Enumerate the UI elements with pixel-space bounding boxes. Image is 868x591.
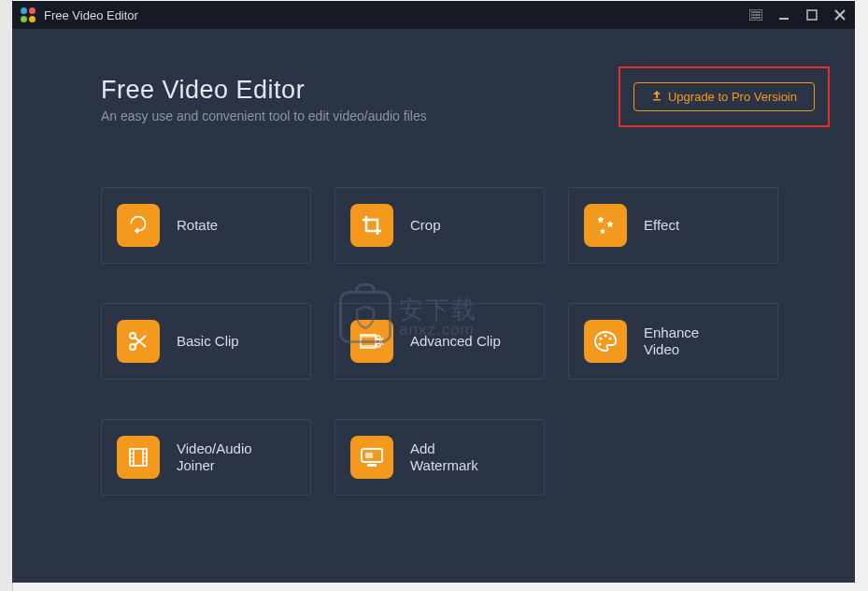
svg-rect-8: [653, 99, 661, 101]
menu-icon[interactable]: [748, 7, 763, 22]
page-subtitle: An easy use and convenient tool to edit …: [101, 108, 427, 123]
tools-grid: Rotate Crop Effect Basic Clip: [101, 187, 766, 496]
titlebar: Free Video Editor: [12, 1, 855, 29]
upgrade-button[interactable]: Upgrade to Pro Versioin: [633, 82, 815, 111]
titlebar-title: Free Video Editor: [44, 8, 748, 22]
svg-rect-35: [367, 464, 377, 467]
page-heading-block: Free Video Editor An easy use and conven…: [101, 76, 427, 123]
tool-rotate[interactable]: Rotate: [101, 187, 311, 264]
upgrade-highlight-box: Upgrade to Pro Versioin: [619, 66, 830, 127]
tool-add-watermark[interactable]: Add Watermark: [334, 419, 545, 496]
tool-basic-clip[interactable]: Basic Clip: [101, 303, 311, 380]
svg-point-17: [377, 343, 380, 347]
tool-label: Rotate: [177, 217, 218, 234]
svg-point-10: [130, 344, 135, 350]
svg-point-9: [130, 333, 135, 339]
maximize-icon[interactable]: [804, 7, 819, 22]
film-scissors-icon: [350, 320, 393, 363]
svg-point-23: [599, 343, 602, 346]
tool-crop[interactable]: Crop: [334, 187, 545, 264]
tool-label: Advanced Clip: [410, 333, 501, 350]
svg-line-12: [135, 336, 147, 345]
svg-point-16: [377, 336, 380, 339]
page-title: Free Video Editor: [101, 76, 427, 105]
tool-advanced-clip[interactable]: Advanced Clip: [334, 303, 545, 380]
svg-point-22: [609, 338, 612, 340]
tool-label: Basic Clip: [177, 333, 239, 350]
tool-label: Add Watermark: [410, 440, 478, 474]
tool-video-audio-joiner[interactable]: Video/Audio Joiner: [101, 419, 311, 496]
app-window: Free Video Editor Free Video Editor An e…: [12, 1, 855, 583]
svg-rect-5: [807, 10, 817, 20]
svg-point-20: [600, 338, 603, 340]
tool-label: Crop: [410, 217, 441, 234]
tool-label: Video/Audio Joiner: [177, 440, 252, 474]
app-logo-icon: [20, 7, 36, 23]
minimize-icon[interactable]: [776, 7, 791, 22]
crop-icon: [350, 204, 393, 247]
main-content: Free Video Editor An easy use and conven…: [12, 29, 855, 583]
rotate-icon: [117, 204, 160, 247]
upgrade-icon: [651, 90, 662, 104]
palette-icon: [584, 320, 627, 363]
close-icon[interactable]: [832, 7, 847, 22]
svg-rect-15: [361, 345, 376, 348]
svg-rect-34: [365, 453, 373, 458]
tool-label: Enhance Video: [644, 324, 699, 358]
tool-effect[interactable]: Effect: [568, 187, 778, 264]
svg-line-11: [135, 338, 147, 347]
watermark-icon: [350, 436, 393, 479]
scissors-icon: [117, 320, 160, 363]
tool-label: Effect: [644, 217, 679, 234]
svg-rect-14: [361, 335, 376, 338]
upgrade-label: Upgrade to Pro Versioin: [668, 90, 797, 104]
background-strip: [0, 0, 13, 591]
svg-point-21: [605, 335, 607, 338]
tool-enhance-video[interactable]: Enhance Video: [568, 303, 778, 380]
effect-icon: [584, 204, 627, 247]
film-strip-icon: [117, 436, 160, 479]
titlebar-controls: [748, 7, 847, 22]
